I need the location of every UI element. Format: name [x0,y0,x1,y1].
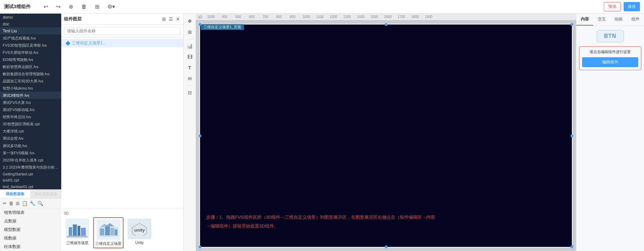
grid-tool-icon[interactable]: ⊞ [15,200,20,207]
handle-topright[interactable] [571,23,573,26]
settings-tool-icon[interactable]: 🔧 [29,200,36,207]
thumb-unity[interactable]: unity Unity [126,217,153,248]
ruler-1100: 1100 [313,15,327,19]
ruler-1700: 1700 [395,15,408,19]
handle-top[interactable] [385,23,387,26]
ruler-700: 700 [259,15,272,19]
sidebar-item-10[interactable]: 测试FVS移动端.fvs [0,106,61,113]
sidebar-item-13[interactable]: 大楼详情.cpt [0,127,61,135]
tab-template-dataset[interactable]: 模板数据集 [0,190,31,198]
panel-header-icons: ⊞ ☰ ✕ [161,16,181,22]
sidebar-item-6[interactable]: 晶圆加工车间3D大屏.fvs [0,77,61,84]
sidebar-item-12[interactable]: 3D智慧园区弹框表.cpt [0,120,61,127]
more-button[interactable]: ⚙▾ [105,2,117,11]
right-tab-animation[interactable]: 动画 [610,14,627,26]
settings2-icon[interactable]: ⊟ [185,88,195,97]
panel-title: 组件图层 [64,16,159,22]
copy-button[interactable]: ⊕ [67,2,75,11]
delete-tool-icon[interactable]: 🗑 [8,200,14,207]
ruler-1800: 1800 [408,15,422,19]
sidebar-item-8[interactable]: 测试3维组件.fvs [0,92,61,99]
component-icon[interactable]: ⊞ [185,27,195,37]
sidebar-item-14[interactable]: 测试会馆.fvs [0,135,61,142]
sidebar-item-9[interactable]: 测试FVS大屏.fvs [0,99,61,106]
edit-tool-icon[interactable]: ✏ [2,200,7,207]
btn-preview-box[interactable]: BTN [597,30,624,42]
btn-preview-label: BTN [604,33,616,39]
right-panel-content: BTN 请点击编辑组件进行设置 编辑组件 [576,26,644,251]
handle-bottom[interactable] [385,246,387,248]
sidebar-item-7[interactable]: 智慧小镇demo.fvs [0,84,61,92]
bottom-list-item-2[interactable]: 模型数据 [0,225,61,234]
chart-icon[interactable]: 📊 [185,41,195,51]
bottom-list-item-3[interactable]: 线数据 [0,234,61,242]
component-search-input[interactable] [64,27,181,35]
sidebar-item-19[interactable]: GettingStarted.cpt [0,171,61,177]
thumb-unity-img: unity [128,219,151,239]
right-tab-component[interactable]: 组件 [627,14,644,26]
tree-icon: 🔷 [65,41,70,46]
sidebar-item-doc[interactable]: doc [0,20,61,27]
right-tab-content[interactable]: 内容 [576,14,593,26]
panel-grid-icon[interactable]: ⊞ [161,16,167,22]
ruler-top: 3D 1000 400 500 600 700 800 900 1000 110… [196,14,576,20]
page-title: 测试3维组件 [4,4,31,10]
move-icon[interactable]: ✥ [185,16,195,26]
tree-item-0[interactable]: 🔷 三维自定义场景1... [61,39,183,47]
component-grid: 三维城市场景 三维自 [64,217,181,248]
ruler-1600: 1600 [381,15,395,19]
sidebar-item-2[interactable]: FVS大屏组件联动.fvs [0,49,61,56]
label-3d-canvas: 3D [196,15,204,19]
sidebar-item-18[interactable]: 3.2 2023年费用预算与实际分析表. [0,163,61,171]
sidebar-item-15[interactable]: 测试多功能.fvs [0,142,61,149]
instructions-content: 步骤：1、拖拽FVS组件区的（3D组件→三维自定义场景）到图形展示区，在图形展示… [206,215,435,229]
canvas-workspace[interactable]: 三维自定义场景1_页面 步骤：1、拖拽FVS组件区的（3D组件→三维自定义场景）… [196,20,576,251]
sidebar-item-0[interactable]: 3D产线态程看板.fvs [0,34,61,42]
align-button[interactable]: ⊞ [93,2,101,11]
svg-rect-9 [115,230,117,235]
sidebar-item-5[interactable]: 帆软集团综合管理驾驶舱.fvs [0,70,61,77]
search-tool-icon[interactable]: 🔍 [37,200,44,207]
sidebar-item-17[interactable]: 2023年合并收入成本.cpt [0,156,61,163]
sidebar-item-11[interactable]: 销售年终总结.fvs [0,113,61,120]
sidebar-item-3[interactable]: EDl销售驾驶舱.fvs [0,56,61,63]
sidebar-item-testliu[interactable]: Test Liu [0,27,61,34]
handle-bottomleft[interactable] [199,246,201,248]
preview-button[interactable]: 预览 [604,2,621,11]
tree-item-label: 三维自定义场景1... [72,40,106,46]
svg-rect-1 [73,224,77,236]
message-icon[interactable]: ✉ [185,74,195,83]
sidebar-item-1[interactable]: FVS3D智慧园区及弹框.fvs [0,42,61,49]
bottom-list-item-0[interactable]: 销售明细表 [0,208,61,217]
ruler-1400: 1400 [354,15,367,19]
ruler-1500: 1500 [367,15,381,19]
panel-close-icon[interactable]: ✕ [175,16,181,22]
text-icon[interactable]: T [185,63,195,73]
redo-button[interactable]: ↪ [54,2,63,11]
delete-button[interactable]: 🗑 [79,2,89,11]
save-button[interactable]: 保存 [624,2,640,11]
sidebar-item-20[interactable]: test01.cpt [0,177,61,183]
sidebar-item-demo[interactable]: demo [0,14,61,20]
copy-tool-icon[interactable]: 📋 [21,200,28,207]
thumb-city-scene[interactable]: 三维城市场景 [64,217,90,248]
right-tab-interact[interactable]: 交互 [593,14,610,26]
bottom-list-item-1[interactable]: 点数据 [0,217,61,225]
handle-bottomright[interactable] [571,246,573,248]
handle-right[interactable] [571,135,573,137]
sidebar-item-4[interactable]: 帆软智慧商业园区.fvs [0,63,61,70]
thumb-custom-scene[interactable]: 三维自定义场景 [93,217,123,248]
thumb-unity-label: Unity [135,240,144,245]
svg-rect-3 [81,228,86,236]
canvas-area: 3D 1000 400 500 600 700 800 900 1000 110… [196,14,576,251]
undo-button[interactable]: ↩ [42,2,50,11]
panel-list-icon[interactable]: ☰ [168,16,174,22]
sidebar-item-16[interactable]: 第一张FVS模板.fvs [0,149,61,156]
bottom-list-item-4[interactable]: 柱体数据 [0,242,61,251]
edit-component-button[interactable]: 编辑组件 [582,57,638,67]
sidebar-item-21[interactable]: test_tianbao01.cpt [0,183,61,189]
handle-left[interactable] [199,135,201,137]
tab-server-dataset[interactable]: 服务器数据集 [31,190,61,198]
handle-topleft[interactable] [199,23,201,26]
media-icon[interactable]: 🎞 [185,52,195,62]
